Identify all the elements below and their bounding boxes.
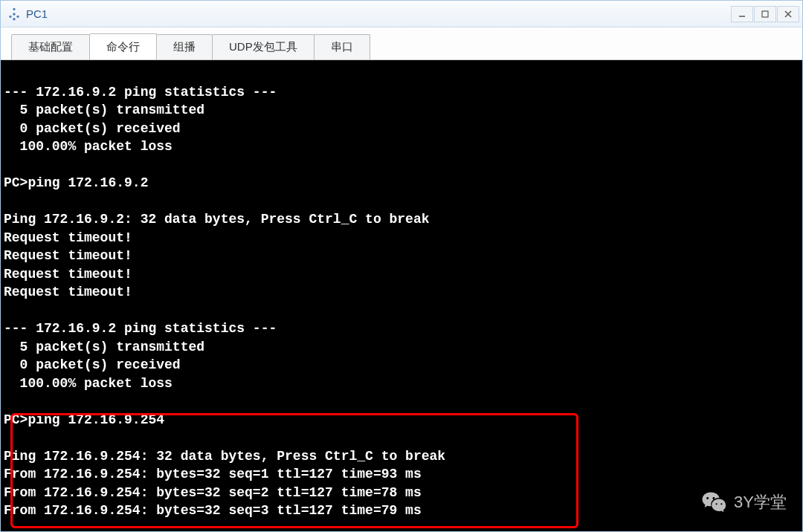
- terminal-output[interactable]: --- 172.16.9.2 ping statistics --- 5 pac…: [1, 60, 802, 531]
- wechat-icon: [701, 489, 728, 516]
- terminal-line: 5 packet(s) transmitted: [4, 340, 204, 354]
- tab-serial[interactable]: 串口: [314, 34, 370, 59]
- watermark-text: 3Y学堂: [734, 491, 787, 513]
- terminal-line: --- 172.16.9.2 ping statistics ---: [4, 85, 277, 100]
- terminal-line: PC>ping 172.16.9.254: [4, 412, 164, 427]
- application-window: PC1 基础配置 命令行 组播 UDP发包工具 串口 --- 172.16.9.…: [0, 0, 803, 532]
- svg-rect-1: [762, 11, 768, 17]
- terminal-line: Request timeout!: [4, 267, 132, 282]
- app-icon: [7, 7, 22, 22]
- terminal-line: PC>ping 172.16.9.2: [4, 175, 148, 190]
- title-bar: PC1: [1, 1, 802, 27]
- terminal-line: 5 packet(s) transmitted: [4, 103, 204, 117]
- terminal-line: 0 packet(s) received: [4, 357, 181, 372]
- maximize-button[interactable]: [754, 6, 776, 22]
- terminal-line: 100.00% packet loss: [4, 139, 172, 154]
- terminal-line: From 172.16.9.254: bytes=32 seq=2 ttl=12…: [4, 485, 422, 500]
- close-button[interactable]: [777, 6, 799, 22]
- tab-basic-config[interactable]: 基础配置: [11, 34, 90, 59]
- terminal-line: Ping 172.16.9.254: 32 data bytes, Press …: [4, 449, 445, 464]
- terminal-line: From 172.16.9.254: bytes=32 seq=1 ttl=12…: [4, 467, 422, 481]
- terminal-line: Request timeout!: [4, 285, 132, 299]
- terminal-line: Ping 172.16.9.2: 32 data bytes, Press Ct…: [4, 212, 430, 227]
- window-title: PC1: [26, 7, 731, 20]
- terminal-line: Request timeout!: [4, 230, 132, 245]
- tab-multicast[interactable]: 组播: [156, 34, 213, 59]
- tab-udp-tool[interactable]: UDP发包工具: [212, 34, 315, 59]
- tab-bar: 基础配置 命令行 组播 UDP发包工具 串口: [1, 27, 802, 60]
- minimize-button[interactable]: [731, 6, 753, 22]
- tab-command-line[interactable]: 命令行: [89, 33, 157, 59]
- terminal-line: 100.00% packet loss: [4, 376, 172, 391]
- watermark: 3Y学堂: [701, 489, 787, 516]
- terminal-line: Request timeout!: [4, 248, 132, 263]
- terminal-line: --- 172.16.9.2 ping statistics ---: [4, 321, 277, 336]
- window-controls: [731, 6, 799, 22]
- terminal-line: 0 packet(s) received: [4, 121, 181, 136]
- terminal-line: From 172.16.9.254: bytes=32 seq=3 ttl=12…: [4, 503, 422, 518]
